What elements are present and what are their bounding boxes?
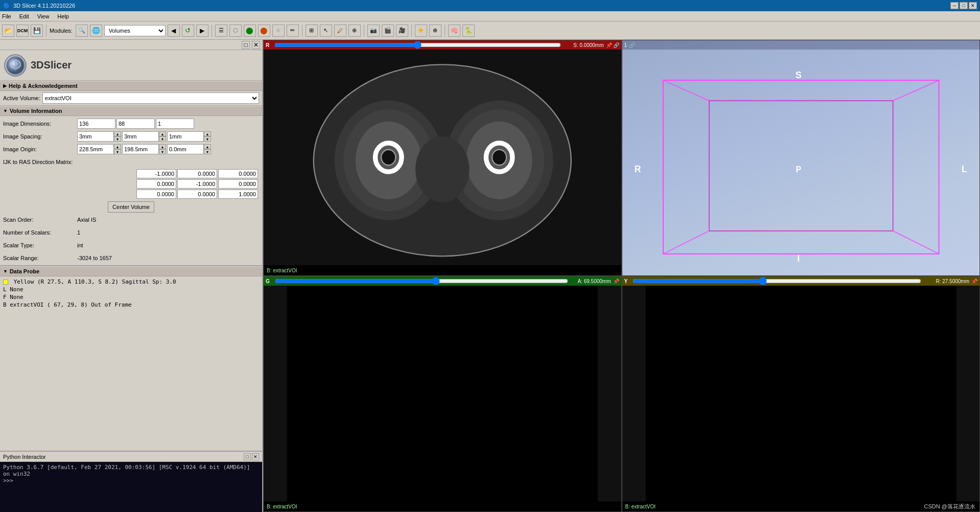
svg-line-21 — [893, 80, 939, 101]
origin-x-input[interactable] — [77, 144, 114, 154]
spacing-x-up[interactable]: ▲ — [114, 131, 121, 136]
toolbar-brain-icon[interactable]: 🧠 — [448, 25, 460, 37]
close-button[interactable]: ✕ — [969, 2, 977, 9]
toolbar-asterisk-icon[interactable]: ✳ — [272, 25, 285, 37]
spacing-z-down[interactable]: ▼ — [204, 136, 211, 142]
left-panel-scroll-area[interactable]: ▶ Help & Acknowledgement Active Volume: … — [0, 81, 262, 265]
toolbar-3d-icon[interactable]: ⬡ — [229, 25, 242, 37]
toolbar-search-icon[interactable]: 🔍 — [76, 25, 88, 37]
toolbar-crosshair-icon[interactable]: ⊕ — [429, 25, 441, 37]
matrix-12[interactable] — [218, 179, 258, 189]
origin-z-input[interactable] — [167, 144, 204, 154]
spacing-y-up[interactable]: ▲ — [159, 131, 166, 136]
volume-info-arrow-icon: ▼ — [3, 108, 8, 113]
python-content[interactable]: Python 3.6.7 [default, Feb 27 2021, 00:0… — [0, 462, 262, 512]
slicer-logo-area: 3DSlicer — [0, 50, 262, 81]
toolbar-pen-icon[interactable]: ✏ — [287, 25, 299, 37]
data-probe-header[interactable]: ▼ Data Probe — [0, 266, 262, 276]
origin-y-down[interactable]: ▼ — [159, 149, 166, 154]
toolbar-plus-icon[interactable]: ✚ — [415, 25, 427, 37]
image-dim-x[interactable] — [77, 119, 115, 129]
toolbar-grid-icon[interactable]: ⊞ — [306, 25, 318, 37]
toolbar-save-icon[interactable]: 💾 — [31, 25, 43, 37]
viewer-bottom-right-pin-icon[interactable]: 📌 — [971, 278, 977, 284]
center-volume-button[interactable]: Center Volume — [108, 201, 154, 213]
matrix-11[interactable] — [177, 179, 217, 189]
svg-point-15 — [415, 136, 470, 202]
menu-view[interactable]: View — [37, 13, 50, 19]
toolbar-next-module[interactable]: ▶ — [196, 25, 208, 37]
matrix-20[interactable] — [136, 190, 176, 199]
toolbar-prev-module[interactable]: ◀ — [168, 25, 180, 37]
matrix-row-1 — [3, 169, 259, 178]
svg-line-22 — [663, 231, 709, 254]
toolbar-green-icon[interactable]: ⬤ — [244, 25, 256, 37]
image-dim-y[interactable] — [116, 119, 155, 129]
menu-edit[interactable]: Edit — [19, 13, 29, 19]
toolbar-python-icon[interactable]: 🐍 — [462, 25, 475, 37]
viewer-bottom-left-header: G A: 69.5000mm 📌 — [264, 276, 621, 286]
spacing-x-down[interactable]: ▼ — [114, 136, 121, 142]
scalar-range-label: Scalar Range: — [3, 255, 77, 261]
viewer-bottom-left: G A: 69.5000mm 📌 B: extractVOI — [263, 276, 622, 512]
toolbar-sep5 — [411, 25, 412, 37]
maximize-button[interactable]: □ — [960, 2, 968, 9]
matrix-00[interactable] — [136, 169, 176, 178]
titlebar-controls[interactable]: ─ □ ✕ — [950, 2, 977, 9]
python-close-icon[interactable]: ✕ — [252, 453, 259, 460]
viewer-top-left-pin-icon[interactable]: 📌 — [606, 42, 612, 48]
toolbar-movie-icon[interactable]: 🎬 — [382, 25, 394, 37]
left-panel-close-icon[interactable]: ✕ — [252, 41, 260, 49]
matrix-02[interactable] — [218, 169, 258, 178]
volume-info-section-header[interactable]: ▼ Volume Information — [0, 106, 262, 116]
left-panel-minimize-icon[interactable]: □ — [242, 41, 250, 49]
viewer-top-left-slider[interactable] — [274, 43, 561, 47]
origin-y-input[interactable] — [122, 144, 159, 154]
toolbar-render-icon[interactable]: 🎥 — [396, 25, 408, 37]
toolbar-load-icon[interactable]: 📂 — [2, 25, 14, 37]
help-section-header[interactable]: ▶ Help & Acknowledgement — [0, 81, 262, 91]
matrix-10[interactable] — [136, 179, 176, 189]
origin-x-down[interactable]: ▼ — [114, 149, 121, 154]
spacing-y-input[interactable] — [122, 131, 159, 142]
toolbar-globe-icon[interactable]: 🌐 — [90, 25, 102, 37]
toolbar-cursor-icon[interactable]: ↖ — [320, 25, 332, 37]
active-volume-select[interactable]: extractVOI — [42, 92, 259, 104]
toolbar-transform-icon[interactable]: ⊕ — [348, 25, 361, 37]
spacing-z-input[interactable] — [167, 131, 204, 142]
spacing-y-down[interactable]: ▼ — [159, 136, 166, 142]
minimize-button[interactable]: ─ — [950, 2, 959, 9]
viewer-bottom-right-slider[interactable] — [633, 279, 921, 283]
matrix-21[interactable] — [177, 190, 217, 199]
num-scalars-row: Number of Scalars: 1 — [3, 227, 259, 238]
origin-x-up[interactable]: ▲ — [114, 144, 121, 149]
svg-text:P: P — [796, 165, 801, 174]
toolbar-reload-icon[interactable]: ↺ — [182, 25, 194, 37]
toolbar-screenshot-icon[interactable]: 📷 — [367, 25, 380, 37]
origin-z-down[interactable]: ▼ — [204, 149, 211, 154]
toolbar-red-icon[interactable]: ⬤ — [258, 25, 270, 37]
modules-dropdown[interactable]: Volumes Models Segmentation — [104, 25, 166, 36]
origin-z-up[interactable]: ▲ — [204, 144, 211, 149]
origin-y-up[interactable]: ▲ — [159, 144, 166, 149]
toolbar-dcm-icon[interactable]: DCM — [16, 25, 29, 37]
python-min-icon[interactable]: □ — [244, 453, 251, 460]
viewer-top-left-link-icon[interactable]: 🔗 — [613, 42, 619, 48]
toolbar-list-icon[interactable]: ☰ — [215, 25, 227, 37]
matrix-01[interactable] — [177, 169, 217, 178]
viewer-bottom-left-slider[interactable] — [275, 279, 568, 283]
spacing-x-input[interactable] — [77, 131, 114, 142]
image-dim-z[interactable] — [156, 119, 194, 129]
spacing-z-up[interactable]: ▲ — [204, 131, 211, 136]
menu-help[interactable]: Help — [57, 13, 69, 19]
spacing-z-spinbtns: ▲ ▼ — [204, 131, 211, 142]
viewer-bottom-left-pin-icon[interactable]: 📌 — [613, 278, 619, 284]
menu-file[interactable]: File — [2, 13, 11, 19]
toolbar-markup-icon[interactable]: 🖊 — [334, 25, 346, 37]
matrix-22[interactable] — [218, 190, 258, 199]
toolbar-sep6 — [445, 25, 445, 37]
probe-B-row: B extractVOI ( 67, 29, 8) Out of Frame — [3, 301, 259, 308]
left-panel-header: □ ✕ — [0, 40, 262, 50]
active-volume-row: Active Volume: extractVOI — [0, 91, 262, 106]
scalar-type-label: Scalar Type: — [3, 242, 77, 248]
